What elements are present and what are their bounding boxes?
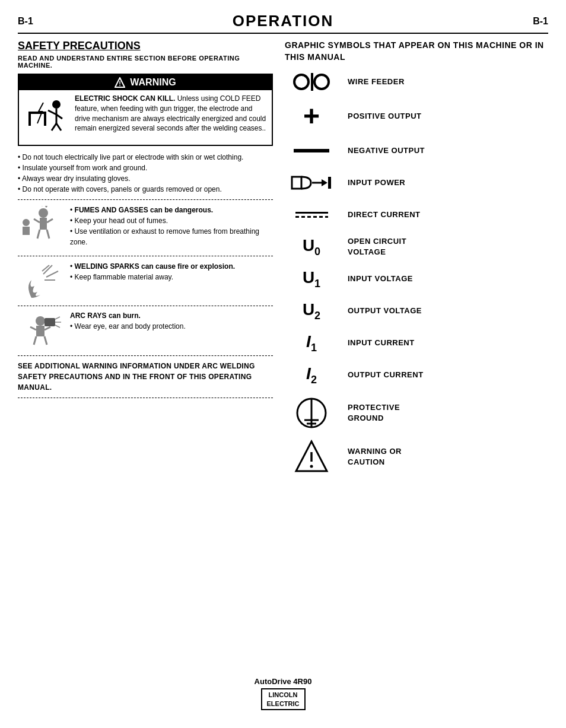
svg-point-46 <box>310 465 313 468</box>
symbol-row-output-voltage: U2 OUTPUT VOLTAGE <box>285 299 548 323</box>
divider-1 <box>18 199 273 200</box>
protective-ground-icon <box>294 395 329 431</box>
svg-line-28 <box>44 336 47 345</box>
symbol-row-input-current: I1 INPUT CURRENT <box>285 331 548 355</box>
bullet-2: Insulate yourself from work and ground. <box>18 163 273 173</box>
fumes-bullet-3: Use ventilation or exhaust to remove fum… <box>70 226 273 247</box>
output-current-label: OUTPUT CURRENT <box>348 370 424 380</box>
output-voltage-label: OUTPUT VOLTAGE <box>348 306 422 316</box>
page-number-right: B-1 <box>533 16 548 27</box>
arc-figure <box>20 312 64 351</box>
svg-rect-24 <box>36 326 44 336</box>
arc-bullet-1: Wear eye, ear and body protection. <box>70 321 273 332</box>
product-name: AutoDrive 4R90 <box>0 677 566 686</box>
brand-line2: ELECTRIC <box>267 700 300 708</box>
svg-line-22 <box>42 265 49 271</box>
symbol-row-direct-current: DIRECT CURRENT <box>285 203 548 227</box>
svg-rect-17 <box>23 227 30 235</box>
svg-point-35 <box>314 75 329 89</box>
bullet-1: Do not touch electrically live part or e… <box>18 152 273 163</box>
fumes-bullet-2: Keep your head out of fumes. <box>70 215 273 226</box>
svg-line-27 <box>34 336 36 345</box>
i1-symbol: I1 <box>306 332 317 354</box>
svg-rect-36 <box>292 177 301 189</box>
warning-text: ELECTRIC SHOCK CAN KILL. Unless using CO… <box>75 94 268 141</box>
page-number-left: B-1 <box>18 16 33 27</box>
u0-symbol: U0 <box>303 236 320 258</box>
divider-4 <box>18 355 273 356</box>
bullet-3: Always wear dry insulating gloves. <box>18 173 273 184</box>
svg-rect-12 <box>40 218 47 230</box>
electric-shock-title: ELECTRIC SHOCK CAN KILL. <box>75 94 175 103</box>
divider-5 <box>18 398 273 398</box>
arc-icon <box>18 311 65 351</box>
protective-ground-symbol <box>285 395 338 431</box>
symbol-row-positive: + POSITIVE OUTPUT <box>285 102 548 131</box>
fumes-text: FUMES AND GASSES can be dangerous. Keep … <box>70 205 273 251</box>
fumes-figure <box>20 206 64 244</box>
sparks-section: WELDING SPARKS can cause fire or explosi… <box>18 261 273 301</box>
svg-line-25 <box>30 327 36 330</box>
symbol-row-wire-feeder: WIRE FEEDER <box>285 70 548 94</box>
input-current-label: INPUT CURRENT <box>348 338 415 348</box>
direct-current-label: DIRECT CURRENT <box>348 209 421 220</box>
main-content: SAFETY PRECAUTIONS READ AND UNDERSTAND E… <box>18 40 548 483</box>
electric-shock-figure <box>26 94 67 141</box>
bullet-4: Do not operate with covers, panels or gu… <box>18 184 273 195</box>
svg-rect-4 <box>44 114 46 126</box>
symbol-row-input-power: INPUT POWER <box>285 171 548 195</box>
svg-line-20 <box>46 271 58 277</box>
svg-rect-3 <box>28 114 31 126</box>
left-column: SAFETY PRECAUTIONS READ AND UNDERSTAND E… <box>18 40 273 483</box>
svg-point-23 <box>36 316 45 326</box>
dc-dashed-line <box>295 216 328 218</box>
output-current-symbol: I2 <box>285 363 338 387</box>
svg-line-30 <box>55 317 60 319</box>
svg-line-32 <box>55 325 60 328</box>
safety-title: SAFETY PRECAUTIONS <box>18 40 273 52</box>
brand-line1: LINCOLN <box>267 691 300 699</box>
direct-current-symbol <box>285 203 338 227</box>
warning-caution-symbol <box>285 439 338 475</box>
input-power-icon <box>291 171 332 195</box>
i2-symbol: I2 <box>306 364 317 386</box>
wire-feeder-icon <box>291 70 332 94</box>
plus-icon: + <box>303 102 320 131</box>
open-circuit-symbol: U0 <box>285 235 338 259</box>
arc-bullets: Wear eye, ear and body protection. <box>70 321 273 332</box>
input-power-symbol <box>285 171 338 195</box>
protective-ground-label: PROTECTIVEGROUND <box>348 402 400 424</box>
svg-line-7 <box>48 110 56 115</box>
u2-symbol: U2 <box>303 300 320 322</box>
warning-label: WARNING <box>130 77 176 88</box>
svg-point-18 <box>23 219 30 226</box>
graphic-symbols-title: GRAPHIC SYMBOLS THAT APPEAR ON THIS MACH… <box>285 40 548 63</box>
svg-rect-29 <box>44 318 55 326</box>
fumes-section: FUMES AND GASSES can be dangerous. Keep … <box>18 205 273 251</box>
additional-warning: SEE ADDITIONAL WARNING INFORMATION UNDER… <box>18 361 273 393</box>
fumes-icon <box>18 205 65 251</box>
sparks-icon <box>18 261 65 301</box>
input-voltage-symbol: U1 <box>285 267 338 291</box>
divider-3 <box>18 306 273 306</box>
arc-section: ARC RAYS can burn. Wear eye, ear and bod… <box>18 311 273 351</box>
page-header: B-1 OPERATION B-1 <box>18 12 548 34</box>
divider-2 <box>18 256 273 256</box>
sparks-bullet-1: WELDING SPARKS can cause fire or explosi… <box>70 261 273 272</box>
output-voltage-symbol: U2 <box>285 299 338 323</box>
positive-label: POSITIVE OUTPUT <box>348 111 422 122</box>
negative-label: NEGATIVE OUTPUT <box>348 145 425 156</box>
symbol-row-output-current: I2 OUTPUT CURRENT <box>285 363 548 387</box>
page: B-1 OPERATION B-1 SAFETY PRECAUTIONS REA… <box>0 0 566 728</box>
svg-line-16 <box>47 230 49 239</box>
open-circuit-label: OPEN CIRCUITVOLTAGE <box>348 236 406 257</box>
sparks-figure <box>20 262 64 301</box>
right-column: GRAPHIC SYMBOLS THAT APPEAR ON THIS MACH… <box>285 40 548 483</box>
lincoln-logo: LINCOLN ELECTRIC <box>261 688 306 710</box>
negative-symbol <box>285 139 338 163</box>
page-title: OPERATION <box>233 12 334 30</box>
symbol-row-open-circuit: U0 OPEN CIRCUITVOLTAGE <box>285 235 548 259</box>
svg-point-33 <box>294 75 309 89</box>
svg-rect-39 <box>328 177 331 189</box>
svg-line-15 <box>37 230 40 239</box>
